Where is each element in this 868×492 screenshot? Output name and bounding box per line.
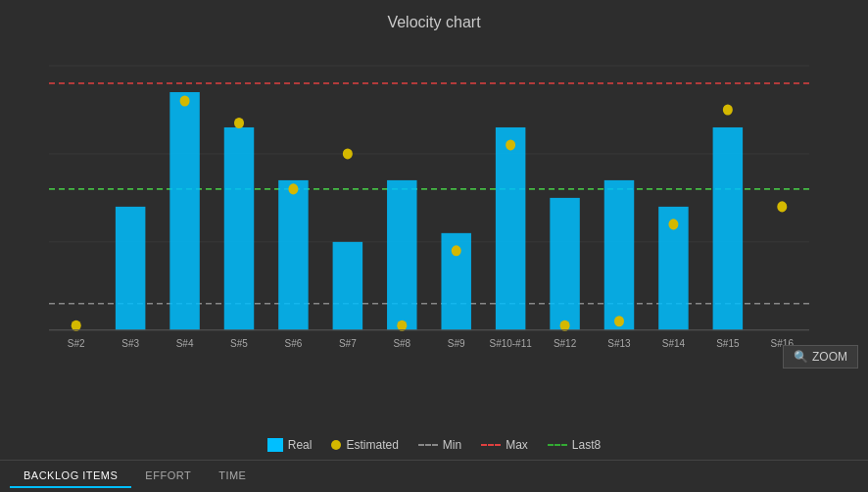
svg-rect-13: [116, 207, 145, 330]
svg-point-48: [777, 201, 787, 212]
chart-area: 0102030S#2S#3S#4S#5S#6S#7S#8S#9S#10-#11S…: [0, 37, 868, 432]
svg-text:S#13: S#13: [607, 337, 630, 350]
svg-rect-33: [496, 127, 525, 330]
zoom-icon: 🔍: [794, 350, 808, 364]
legend-real-label: Real: [288, 438, 313, 452]
legend-last8-line: [548, 444, 567, 446]
tab-backlog-items[interactable]: BACKLOG ITEMS: [10, 465, 131, 488]
svg-text:S#5: S#5: [230, 337, 248, 350]
svg-text:S#12: S#12: [554, 337, 576, 350]
svg-point-28: [397, 320, 407, 331]
legend-max: Max: [481, 438, 528, 452]
svg-point-40: [614, 316, 624, 326]
chart-container: Velocity chart 0102030S#2S#3S#4S#5S#6S#7…: [0, 0, 868, 492]
svg-text:S#4: S#4: [176, 337, 194, 350]
svg-point-46: [723, 104, 733, 115]
svg-rect-27: [387, 180, 416, 330]
svg-rect-24: [333, 242, 362, 330]
svg-point-34: [506, 139, 515, 150]
svg-text:S#15: S#15: [716, 337, 739, 350]
legend-estimated-label: Estimated: [346, 438, 398, 452]
svg-text:S#14: S#14: [662, 337, 685, 350]
bottom-tabs: BACKLOG ITEMS EFFORT TIME: [0, 460, 868, 492]
svg-text:S#2: S#2: [68, 337, 85, 350]
legend-last8-label: Last8: [572, 438, 601, 452]
legend-estimated-dot: [331, 440, 341, 450]
svg-point-43: [668, 219, 678, 229]
legend-min: Min: [418, 438, 461, 452]
svg-rect-18: [224, 127, 254, 330]
svg-text:S#9: S#9: [448, 337, 465, 350]
svg-point-37: [560, 320, 570, 331]
legend-real-box: [267, 438, 283, 452]
svg-text:S#8: S#8: [393, 337, 410, 350]
svg-rect-21: [278, 180, 308, 330]
svg-text:S#3: S#3: [121, 337, 139, 350]
legend: Real Estimated Min Max Last8: [0, 432, 868, 460]
svg-point-11: [72, 320, 81, 331]
svg-point-16: [180, 95, 190, 106]
legend-last8: Last8: [548, 438, 601, 452]
chart-title: Velocity chart: [0, 0, 868, 37]
tab-effort[interactable]: EFFORT: [131, 465, 205, 488]
svg-point-19: [234, 118, 244, 128]
svg-point-25: [343, 148, 353, 159]
svg-rect-45: [713, 127, 743, 330]
legend-max-label: Max: [506, 438, 528, 452]
legend-min-label: Min: [443, 438, 461, 452]
velocity-chart-svg: 0102030S#2S#3S#4S#5S#6S#7S#8S#9S#10-#11S…: [49, 37, 829, 373]
legend-real: Real: [267, 438, 313, 452]
svg-text:S#6: S#6: [285, 337, 303, 350]
svg-rect-15: [169, 92, 199, 330]
legend-max-line: [481, 444, 501, 446]
zoom-label: ZOOM: [812, 350, 847, 364]
tab-time[interactable]: TIME: [205, 465, 260, 488]
svg-rect-36: [550, 198, 579, 330]
zoom-button[interactable]: 🔍 ZOOM: [783, 345, 858, 369]
legend-min-line: [418, 444, 438, 446]
svg-rect-39: [604, 180, 634, 330]
svg-text:S#7: S#7: [339, 337, 357, 350]
svg-point-31: [452, 245, 461, 256]
svg-point-22: [288, 183, 298, 194]
svg-text:S#10-#11: S#10-#11: [489, 337, 531, 350]
legend-estimated: Estimated: [331, 438, 398, 452]
